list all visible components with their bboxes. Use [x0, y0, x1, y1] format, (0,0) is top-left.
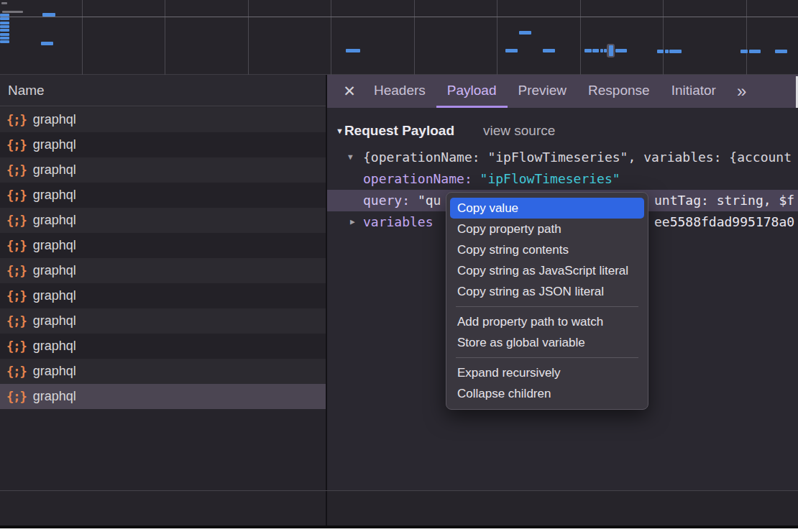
menu-item-add-property-path-to-watch[interactable]: Add property path to watch [450, 311, 644, 332]
menu-item-expand-recursively[interactable]: Expand recursively [450, 362, 644, 383]
close-icon[interactable]: ✕ [336, 75, 363, 108]
menu-item-copy-string-contents[interactable]: Copy string contents [450, 239, 644, 260]
request-rows: {;}graphql{;}graphql{;}graphql{;}graphql… [0, 107, 326, 409]
request-name: graphql [33, 313, 76, 329]
waterfall-bar [749, 50, 761, 53]
waterfall-bar [0, 33, 9, 36]
operation-name-row[interactable]: operationName: "ipFlowTimeseries" [327, 168, 798, 190]
waterfall-bar [505, 49, 518, 52]
collapse-triangle-icon[interactable]: ▼ [348, 147, 353, 168]
tab-initiator[interactable]: Initiator [661, 75, 727, 108]
overview-gridline [414, 0, 415, 75]
request-name: graphql [33, 162, 76, 178]
expand-triangle-icon[interactable]: ▶ [350, 211, 355, 233]
tab-response[interactable]: Response [577, 75, 661, 108]
waterfall-bar [665, 50, 669, 53]
request-row[interactable]: {;}graphql [0, 283, 326, 308]
request-row[interactable]: {;}graphql [0, 359, 326, 384]
waterfall-bar [1, 2, 7, 4]
request-row[interactable]: {;}graphql [0, 258, 326, 283]
request-payload-section: ▼Request Payloadview source [336, 119, 555, 142]
detail-tabbar: ✕ HeadersPayloadPreviewResponseInitiator… [327, 75, 798, 108]
tab-headers[interactable]: Headers [363, 75, 436, 108]
footer-divider [0, 490, 798, 491]
request-row[interactable]: {;}graphql [0, 183, 326, 208]
request-name: graphql [33, 263, 76, 278]
request-name: graphql [33, 288, 76, 303]
request-row[interactable]: {;}graphql [0, 233, 326, 258]
request-name: graphql [33, 389, 76, 404]
menu-item-copy-value[interactable]: Copy value [450, 198, 644, 219]
more-tabs-icon[interactable]: » [737, 75, 745, 108]
view-source-link[interactable]: view source [483, 123, 555, 138]
waterfall-bar [775, 50, 787, 53]
request-name: graphql [33, 238, 76, 253]
context-menu: Copy valueCopy property pathCopy string … [446, 192, 648, 410]
waterfall-bar [519, 31, 531, 35]
waterfall-bar [0, 40, 9, 43]
menu-item-copy-string-as-json-literal[interactable]: Copy string as JSON literal [450, 281, 644, 302]
waterfall-bar [0, 14, 9, 17]
overview-gridline [165, 0, 165, 75]
waterfall-bar [41, 42, 53, 45]
overview-gridline [248, 0, 249, 75]
fetch-json-icon: {;} [6, 214, 27, 228]
waterfall-bar [2, 11, 23, 13]
menu-item-copy-property-path[interactable]: Copy property path [450, 219, 644, 239]
network-overview-timeline[interactable] [0, 0, 798, 75]
waterfall-bar [615, 49, 627, 52]
fetch-json-icon: {;} [6, 188, 27, 203]
request-name: graphql [33, 364, 76, 379]
menu-item-copy-string-as-javascript-literal[interactable]: Copy string as JavaScript literal [450, 260, 644, 281]
waterfall-bar [609, 45, 613, 56]
overview-divider-line [0, 17, 798, 17]
name-column-header[interactable]: Name [0, 75, 326, 106]
menu-item-collapse-children[interactable]: Collapse children [450, 383, 644, 404]
request-name: graphql [33, 339, 76, 354]
tab-payload[interactable]: Payload [436, 75, 508, 108]
waterfall-bar [346, 49, 360, 52]
property-value-fragment: "qu [418, 193, 441, 208]
fetch-json-icon: {;} [6, 138, 27, 152]
request-name: graphql [33, 112, 76, 127]
request-row[interactable]: {;}graphql [0, 384, 326, 409]
request-row[interactable]: {;}graphql [0, 157, 326, 183]
request-row[interactable]: {;}graphql [0, 132, 326, 157]
waterfall-bar [657, 50, 664, 53]
request-row[interactable]: {;}graphql [0, 308, 326, 334]
menu-separator [456, 357, 638, 358]
fetch-json-icon: {;} [6, 239, 27, 253]
fetch-json-icon: {;} [6, 163, 27, 178]
waterfall-bar [0, 17, 9, 20]
menu-item-store-as-global-variable[interactable]: Store as global variable [450, 332, 644, 353]
waterfall-bar [543, 49, 555, 52]
waterfall-bar [584, 49, 592, 52]
menu-separator [456, 306, 638, 307]
collapse-triangle-icon[interactable]: ▼ [336, 127, 344, 135]
waterfall-bar [600, 49, 603, 52]
request-row[interactable]: {;}graphql [0, 107, 326, 132]
waterfall-bar [0, 37, 9, 40]
request-list-pane: Name {;}graphql{;}graphql{;}graphql{;}gr… [0, 75, 326, 490]
waterfall-bar [592, 49, 599, 52]
request-row[interactable]: {;}graphql [0, 334, 326, 359]
property-key: operationName: [363, 171, 472, 186]
payload-object-preview-row[interactable]: ▼ {operationName: "ipFlowTimeseries", va… [327, 147, 798, 168]
request-row[interactable]: {;}graphql [0, 208, 326, 233]
fetch-json-icon: {;} [6, 264, 27, 278]
waterfall-bar [42, 13, 55, 17]
property-key: variables [363, 214, 434, 229]
object-preview-text: {operationName: "ipFlowTimeseries", vari… [363, 147, 792, 168]
property-value-fragment-right: untTag: string, $f [654, 190, 794, 211]
overview-gridline [746, 0, 747, 75]
property-key: query: [363, 193, 410, 208]
fetch-json-icon: {;} [6, 364, 27, 379]
fetch-json-icon: {;} [6, 113, 27, 127]
devtools-network-panel: Name {;}graphql{;}graphql{;}graphql{;}gr… [0, 0, 798, 528]
waterfall-bar [740, 50, 748, 53]
fetch-json-icon: {;} [6, 289, 27, 303]
overview-gridline [82, 0, 83, 75]
fetch-json-icon: {;} [6, 314, 27, 329]
property-value: "ipFlowTimeseries" [480, 171, 620, 186]
tab-preview[interactable]: Preview [508, 75, 578, 108]
